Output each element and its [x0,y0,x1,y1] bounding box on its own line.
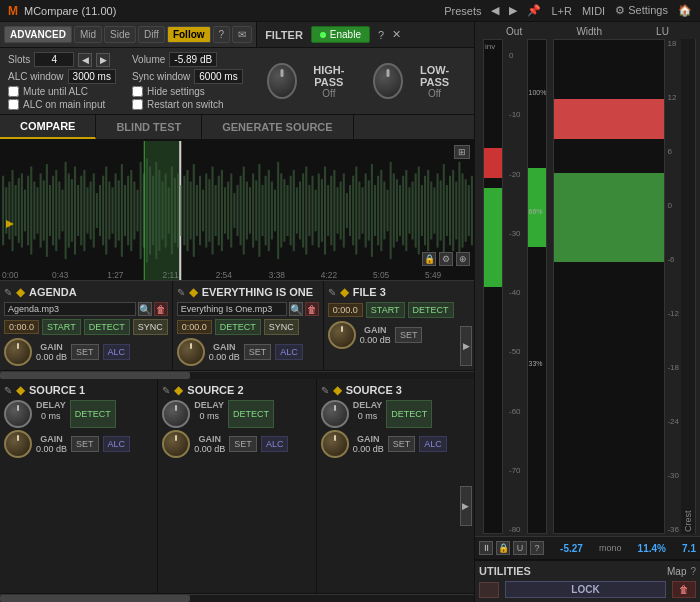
source-2-gain-knob[interactable] [162,430,190,458]
tab-blind-test[interactable]: BLIND TEST [96,115,202,139]
enable-button[interactable]: Enable [311,26,370,43]
slot-2-alc-btn[interactable]: ALC [275,344,303,360]
slot-2-edit-icon[interactable]: ✎ [177,287,185,298]
tab-advanced[interactable]: ADVANCED [4,26,72,43]
slot-1-gain-knob[interactable] [4,338,32,366]
tab-help[interactable]: ? [213,26,231,43]
slot-1-set-btn[interactable]: SET [71,344,99,360]
meter-unlink-button[interactable]: U [513,541,527,555]
slot-1-start-btn[interactable]: START [42,319,81,335]
lock-color-swatch[interactable] [479,582,499,598]
source-1-delay-knob[interactable] [4,400,32,428]
svg-rect-92 [277,162,279,259]
slot-2-gain-knob[interactable] [177,338,205,366]
slot-1-del-btn[interactable]: 🗑 [154,302,168,316]
presets-button[interactable]: Presets [444,5,481,17]
slots-value[interactable]: 4 [34,52,74,67]
top-bar: ADVANCED Mid Side Diff Follow ? ✉ FILTER… [0,22,474,48]
out-meter-bar-container: inv [483,39,503,534]
source-2-alc-btn[interactable]: ALC [261,436,289,452]
file-slots-scrollbar[interactable] [0,371,474,379]
slot-1-alc-btn[interactable]: ALC [103,344,131,360]
pause-button[interactable]: ⏸ [479,541,493,555]
svg-rect-138 [421,185,423,236]
alc-window-value[interactable]: 3000 ms [68,69,116,84]
source-3-delay-knob[interactable] [321,400,349,428]
source-1-set-btn[interactable]: SET [71,436,99,452]
source-2-delay-knob[interactable] [162,400,190,428]
slot-2-sync-btn[interactable]: SYNC [264,319,299,335]
source-3-set-btn[interactable]: SET [388,436,416,452]
alc-on-main-checkbox[interactable] [8,99,19,110]
slot-1-filename: Agenda.mp3 [4,302,136,316]
source-expand-btn[interactable]: ▶ [460,486,472,526]
sync-window-value[interactable]: 6000 ms [194,69,242,84]
waveform-zoom-btn[interactable]: ⊕ [456,252,470,266]
slot-1-edit-icon[interactable]: ✎ [4,287,12,298]
waveform-settings-btn[interactable]: ⚙ [439,252,453,266]
hide-settings-checkbox[interactable] [132,86,143,97]
tab-follow[interactable]: Follow [167,26,211,43]
source-3-arrow: ◆ [333,383,342,397]
tab-compare[interactable]: COMPARE [0,115,96,139]
slot-3-edit-icon[interactable]: ✎ [328,287,336,298]
svg-rect-87 [261,185,263,236]
filter-help[interactable]: ? [378,29,384,41]
slot-3-gain-knob[interactable] [328,321,356,349]
lowpass-knob[interactable] [373,63,403,99]
midi-button[interactable]: MIDI [582,5,605,17]
source-1-gain-knob[interactable] [4,430,32,458]
source-1-alc-btn[interactable]: ALC [103,436,131,452]
nav-next-button[interactable]: ▶ [509,4,517,17]
source-1-detect-btn[interactable]: DETECT [70,400,116,428]
slots-dec[interactable]: ◀ [78,53,92,67]
utilities-help-btn[interactable]: ? [690,566,696,577]
utilities-trash-btn[interactable]: 🗑 [672,581,696,598]
tab-diff[interactable]: Diff [138,26,165,43]
slot-1-detect-btn[interactable]: DETECT [84,319,130,335]
nav-prev-button[interactable]: ◀ [491,4,499,17]
source-2-detect-btn[interactable]: DETECT [228,400,274,428]
source-3-detect-btn[interactable]: DETECT [386,400,432,428]
svg-rect-94 [283,179,285,242]
waveform-lock-btn[interactable]: 🔒 [422,252,436,266]
slots-inc[interactable]: ▶ [96,53,110,67]
tab-side[interactable]: Side [104,26,136,43]
volume-value[interactable]: -5.89 dB [169,52,217,67]
source-slots-scrollbar[interactable] [0,594,474,602]
tab-generate-source[interactable]: GENERATE SOURCE [202,115,353,139]
source-3-edit-icon[interactable]: ✎ [321,385,329,396]
lr-midi-button[interactable]: L+R [551,5,572,17]
source-2-edit-icon[interactable]: ✎ [162,385,170,396]
filter-close[interactable]: ✕ [392,28,401,41]
width-meter-label: Width [576,26,602,37]
slot-3-start-btn[interactable]: START [366,302,405,318]
mute-until-alc-checkbox[interactable] [8,86,19,97]
home-button[interactable]: 🏠 [678,4,692,17]
settings-button[interactable]: ⚙ Settings [615,4,668,17]
meter-lock-button[interactable]: 🔒 [496,541,510,555]
waveform-expand-btn[interactable]: ⊞ [454,145,470,159]
source-3-alc-btn[interactable]: ALC [419,436,447,452]
highpass-knob[interactable] [267,63,297,99]
slot-3-set-btn[interactable]: SET [395,327,423,343]
waveform-area: 0:00 0:43 1:27 2:11 2:54 3:38 4:22 5:05 … [0,141,474,281]
source-3-gain-knob[interactable] [321,430,349,458]
slot-2-set-btn[interactable]: SET [244,344,272,360]
slot-3-detect-btn[interactable]: DETECT [408,302,454,318]
source-2-set-btn[interactable]: SET [229,436,257,452]
svg-rect-26 [80,176,82,246]
slot-2-detect-btn[interactable]: DETECT [215,319,261,335]
slot-1-search-btn[interactable]: 🔍 [138,302,152,316]
pin-button[interactable]: 📌 [527,4,541,17]
restart-on-switch-checkbox[interactable] [132,99,143,110]
lock-button[interactable]: LOCK [505,581,666,598]
tab-mail[interactable]: ✉ [232,26,252,43]
source-1-edit-icon[interactable]: ✎ [4,385,12,396]
meter-help-button[interactable]: ? [530,541,544,555]
tab-mid[interactable]: Mid [74,26,102,43]
slot-2-del-btn[interactable]: 🗑 [305,302,319,316]
slot-expand-btn[interactable]: ▶ [460,326,472,366]
slot-2-search-btn[interactable]: 🔍 [289,302,303,316]
slot-1-sync-btn[interactable]: SYNC [133,319,168,335]
